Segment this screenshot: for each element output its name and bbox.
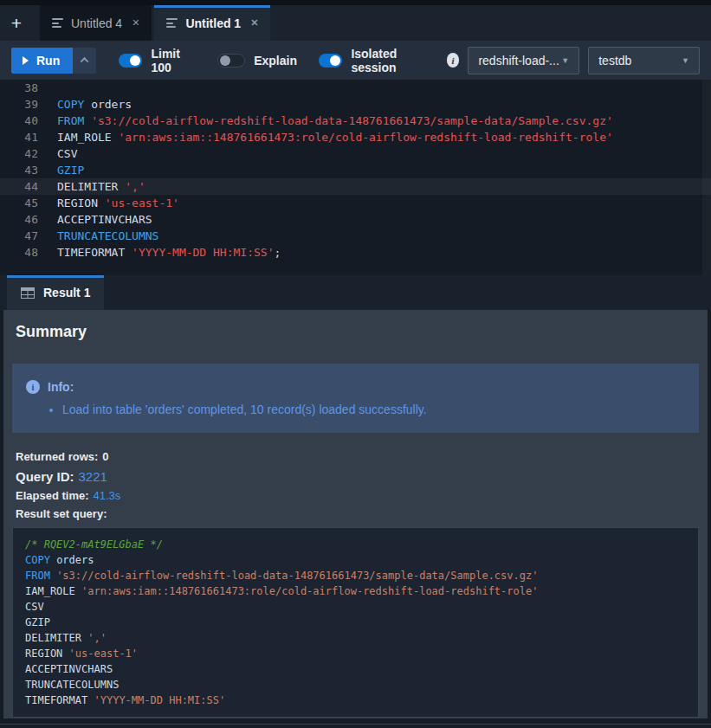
run-button-label: Run bbox=[36, 54, 60, 68]
result-query-line: IAM_ROLE 'arn:aws:iam::148761661473:role… bbox=[25, 583, 686, 599]
returned-rows-label: Returned rows: bbox=[16, 450, 98, 463]
code-line: 43GZIP bbox=[0, 162, 711, 178]
result-query-line: FROM 's3://cold-airflow-redshift-load-da… bbox=[25, 568, 686, 583]
tab-result-1[interactable]: Result 1 bbox=[7, 275, 104, 310]
elapsed-time-label: Elapsed time: bbox=[16, 489, 89, 502]
chevron-up-icon bbox=[81, 57, 89, 66]
elapsed-time-value: 41.3s bbox=[94, 489, 121, 502]
info-alert-title: Info: bbox=[48, 378, 74, 396]
info-alert-message: Load into table 'orders' completed, 10 r… bbox=[62, 401, 685, 418]
result-query-line: REGION 'us-east-1' bbox=[25, 646, 686, 661]
code-line: 47TRUNCATECOLUMNS bbox=[0, 228, 711, 244]
result-query-line: CSV bbox=[25, 599, 686, 615]
cluster-dropdown-value: redshift-load-... bbox=[478, 54, 559, 68]
line-number: 41 bbox=[0, 129, 38, 145]
summary-section: Summary i Info: Load into table 'orders'… bbox=[3, 310, 708, 718]
line-number: 47 bbox=[0, 228, 38, 244]
returned-rows-value: 0 bbox=[102, 450, 108, 463]
editor-tab-bar: + Untitled 4 ✕ Untitled 1 ✕ bbox=[0, 5, 711, 41]
code-line: 38 bbox=[0, 80, 711, 96]
tab-label: Untitled 1 bbox=[185, 16, 241, 30]
tab-label: Untitled 4 bbox=[71, 16, 122, 30]
result-query-line: TIMEFORMAT 'YYYY-MM-DD HH:MI:SS' bbox=[25, 693, 686, 708]
code-line: 48TIMEFORMAT 'YYYY-MM-DD HH:MI:SS'; bbox=[0, 244, 711, 261]
sql-editor[interactable]: 38 39COPY orders40FROM 's3://cold-airflo… bbox=[0, 80, 711, 275]
run-split-button: Run bbox=[11, 48, 96, 74]
result-set-query-block: /* RQEV2-mAt9ELGbaE */COPY ordersFROM 's… bbox=[12, 527, 699, 718]
close-tab-icon[interactable]: ✕ bbox=[250, 17, 258, 29]
result-query-line: /* RQEV2-mAt9ELGbaE */ bbox=[25, 537, 686, 552]
explain-toggle-label: Explain bbox=[254, 54, 297, 68]
line-number: 43 bbox=[0, 162, 38, 178]
tab-untitled-4[interactable]: Untitled 4 ✕ bbox=[40, 5, 152, 41]
result-query-line: DELIMITER ',' bbox=[25, 630, 686, 646]
summary-heading: Summary bbox=[16, 322, 695, 341]
query-toolbar: Run Limit 100 Explain Isolated session i… bbox=[0, 41, 711, 80]
chevron-down-icon: ▼ bbox=[561, 56, 569, 65]
info-alert: i Info: Load into table 'orders' complet… bbox=[12, 364, 699, 433]
line-number: 42 bbox=[0, 145, 38, 162]
code-line: 45REGION 'us-east-1' bbox=[0, 195, 711, 211]
new-tab-button[interactable]: + bbox=[0, 5, 33, 41]
chevron-down-icon: ▼ bbox=[682, 56, 689, 65]
result-set-query-label: Result set query: bbox=[16, 507, 107, 520]
result-query-line: ACCEPTINVCHARS bbox=[25, 661, 686, 677]
result-query-line: COPY orders bbox=[25, 552, 686, 568]
line-number: 38 bbox=[0, 80, 38, 96]
query-id-value[interactable]: 3221 bbox=[79, 469, 107, 484]
result-tab-bar: Result 1 bbox=[0, 275, 711, 310]
code-line: 40FROM 's3://cold-airflow-redshift-load-… bbox=[0, 113, 711, 129]
info-alert-list: Load into table 'orders' completed, 10 r… bbox=[26, 401, 685, 418]
isolated-session-toggle-group: Isolated session bbox=[319, 47, 432, 74]
editor-scrollbar[interactable] bbox=[702, 80, 711, 275]
play-icon bbox=[23, 56, 29, 65]
code-line: 46ACCEPTINVCHARS bbox=[0, 211, 711, 228]
isolated-session-toggle[interactable] bbox=[319, 54, 342, 68]
code-line: 44DELIMITER ',' bbox=[0, 178, 711, 195]
code-line: 39COPY orders bbox=[0, 96, 711, 113]
editor-file-icon bbox=[52, 18, 63, 28]
line-number: 46 bbox=[0, 211, 38, 228]
limit-toggle[interactable] bbox=[119, 54, 142, 68]
elapsed-time-row: Elapsed time:41.3s bbox=[16, 489, 699, 503]
limit-toggle-label: Limit 100 bbox=[151, 47, 196, 74]
toggle-knob bbox=[220, 55, 230, 66]
run-button[interactable]: Run bbox=[11, 48, 73, 74]
line-number: 45 bbox=[0, 195, 38, 211]
result-set-query-row: Result set query: bbox=[16, 507, 699, 521]
line-number: 40 bbox=[0, 113, 38, 129]
editor-file-icon bbox=[166, 18, 178, 28]
limit-toggle-group: Limit 100 bbox=[119, 47, 196, 74]
results-panel: Summary i Info: Load into table 'orders'… bbox=[0, 310, 711, 728]
line-number: 39 bbox=[0, 96, 38, 113]
result-query-line: GZIP bbox=[25, 615, 686, 630]
query-editor-window: + Untitled 4 ✕ Untitled 1 ✕ Run Limit 10… bbox=[0, 0, 711, 728]
tab-untitled-1[interactable]: Untitled 1 ✕ bbox=[154, 5, 270, 41]
query-id-row: Query ID:3221 bbox=[16, 468, 699, 485]
bottom-strip bbox=[3, 718, 708, 728]
code-line: 42CSV bbox=[0, 145, 711, 162]
line-number: 44 bbox=[0, 178, 38, 195]
line-number: 48 bbox=[0, 244, 38, 261]
result-query-line: TRUNCATECOLUMNS bbox=[25, 677, 686, 693]
explain-toggle[interactable] bbox=[217, 54, 245, 68]
query-details: Returned rows:0 Query ID:3221 Elapsed ti… bbox=[12, 450, 699, 521]
database-dropdown[interactable]: testdb ▼ bbox=[588, 47, 700, 74]
explain-toggle-group: Explain bbox=[217, 54, 297, 68]
info-icon[interactable]: i bbox=[447, 53, 460, 68]
close-tab-icon[interactable]: ✕ bbox=[132, 17, 139, 29]
cluster-dropdown[interactable]: redshift-load-... ▼ bbox=[468, 47, 579, 74]
database-dropdown-value: testdb bbox=[598, 54, 631, 68]
query-id-label: Query ID: bbox=[16, 469, 74, 484]
toggle-knob bbox=[130, 55, 140, 66]
toggle-knob bbox=[330, 55, 340, 66]
returned-rows-row: Returned rows:0 bbox=[16, 450, 699, 464]
bottom-divider bbox=[0, 724, 711, 725]
isolated-session-toggle-label: Isolated session bbox=[351, 47, 431, 74]
table-icon bbox=[21, 287, 35, 299]
info-icon: i bbox=[26, 380, 40, 394]
code-line: 41IAM_ROLE 'arn:aws:iam::148761661473:ro… bbox=[0, 129, 711, 145]
result-tab-label: Result 1 bbox=[43, 286, 90, 300]
run-options-button[interactable] bbox=[73, 48, 96, 74]
